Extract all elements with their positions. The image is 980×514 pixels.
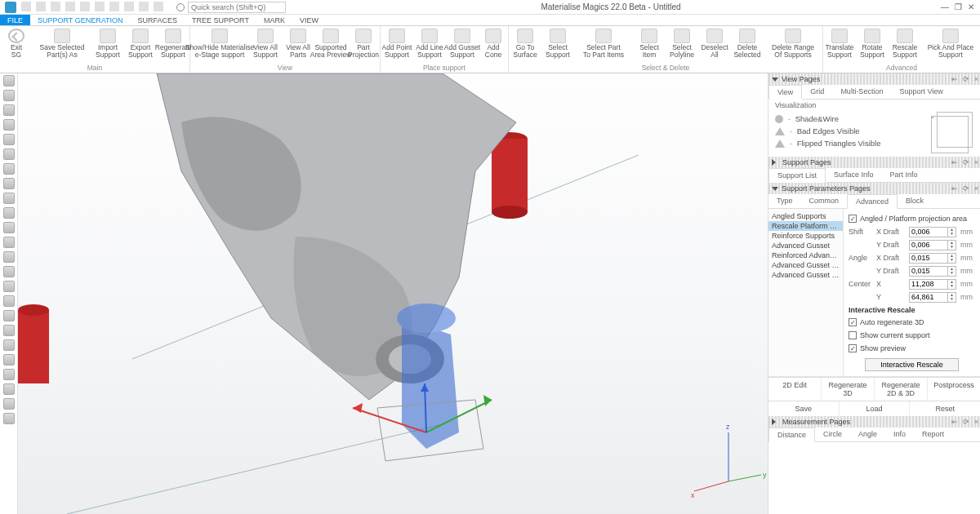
- tool-icon[interactable]: [3, 193, 15, 204]
- param-category-item[interactable]: Rescale Platform Project…: [768, 221, 843, 231]
- postprocess-button[interactable]: Postprocess: [927, 378, 980, 401]
- tool-icon[interactable]: [3, 310, 15, 321]
- spinner[interactable]: ▲▼: [948, 292, 956, 303]
- rescale-support-button[interactable]: Rescale Support: [889, 29, 921, 59]
- part-projection-button[interactable]: Part Projection: [347, 29, 380, 59]
- checkbox[interactable]: ✓: [849, 215, 857, 223]
- view-pages-header[interactable]: View Pages ⇤⟳×: [768, 73, 980, 85]
- add-point-support-button[interactable]: Add Point Support: [381, 29, 413, 59]
- support-params-header[interactable]: Support Parameters Pages ⇤⟳×: [768, 183, 980, 194]
- vis-item[interactable]: · Flipped Triangles Visible: [775, 137, 931, 149]
- tab-tree-support[interactable]: TREE SUPPORT: [185, 15, 256, 25]
- qat-icon[interactable]: [139, 2, 149, 11]
- param-category-list[interactable]: Angled SupportsRescale Platform Project……: [768, 209, 844, 376]
- tool-icon[interactable]: [3, 163, 15, 175]
- add-cone-button[interactable]: Add Cone: [479, 29, 508, 59]
- tab-grid[interactable]: Grid: [802, 85, 832, 99]
- tab-multisection[interactable]: Multi-Section: [832, 85, 891, 99]
- tab-part-info[interactable]: Part Info: [882, 168, 926, 182]
- spinner[interactable]: ▲▼: [948, 227, 956, 237]
- tool-icon[interactable]: [3, 75, 15, 86]
- spinner[interactable]: ▲▼: [948, 279, 956, 290]
- tab-view[interactable]: VIEW: [292, 15, 326, 25]
- numeric-input[interactable]: [909, 253, 948, 264]
- close-icon[interactable]: ×: [974, 75, 978, 83]
- exit-sg-button[interactable]: Exit SG: [0, 29, 33, 59]
- goto-surface-button[interactable]: Go To Surface: [509, 29, 541, 59]
- qat-icon[interactable]: [154, 2, 163, 11]
- tool-icon[interactable]: [3, 119, 15, 131]
- spinner[interactable]: ▲▼: [948, 240, 956, 250]
- tool-icon[interactable]: [3, 148, 15, 160]
- regenerate-3d-button[interactable]: Regenerate 3D: [821, 378, 874, 401]
- translate-support-button[interactable]: Translate Support: [823, 29, 856, 59]
- options-icon[interactable]: ⟳: [963, 75, 969, 83]
- tool-icon[interactable]: [3, 383, 15, 395]
- rotate-support-button[interactable]: Rotate Support: [856, 29, 889, 59]
- tool-icon[interactable]: [3, 339, 15, 351]
- tool-icon[interactable]: [3, 413, 15, 424]
- checkbox[interactable]: [849, 331, 857, 339]
- tool-icon[interactable]: [3, 325, 15, 336]
- save-button[interactable]: Save: [768, 401, 839, 416]
- interactive-rescale-button[interactable]: Interactive Rescale: [865, 358, 959, 371]
- measurement-pages-header[interactable]: Measurement Pages ⇤⟳×: [768, 416, 980, 428]
- param-category-item[interactable]: Reinforced Advanced G…: [768, 250, 843, 260]
- tab-distance[interactable]: Distance: [768, 428, 815, 442]
- spinner[interactable]: ▲▼: [948, 253, 956, 264]
- tool-icon[interactable]: [3, 237, 15, 248]
- add-gusset-support-button[interactable]: Add Gusset Support: [446, 29, 479, 59]
- checkbox[interactable]: ✓: [849, 344, 857, 352]
- spinner[interactable]: ▲▼: [948, 266, 956, 277]
- tool-icon[interactable]: [3, 90, 15, 101]
- pick-place-support-button[interactable]: Pick And Place Support: [921, 29, 980, 59]
- tab-report[interactable]: Report: [914, 428, 952, 441]
- tab-view[interactable]: View: [768, 85, 802, 100]
- close-button[interactable]: ✕: [965, 2, 977, 11]
- tab-type[interactable]: Type: [768, 194, 801, 208]
- 2d-edit-button[interactable]: 2D Edit: [768, 378, 821, 401]
- tool-icon[interactable]: [3, 222, 15, 233]
- tab-block[interactable]: Block: [898, 194, 932, 208]
- param-category-item[interactable]: Advanced Gusset Teeth …: [768, 270, 843, 280]
- select-support-button[interactable]: Select Support: [541, 29, 574, 59]
- export-support-button[interactable]: Export Support: [124, 29, 157, 59]
- show-hide-estage-button[interactable]: Show/Hide Materialise e-Stage support: [190, 29, 249, 59]
- panel-grip-icon[interactable]: ›: [18, 302, 20, 315]
- numeric-input[interactable]: [909, 279, 948, 290]
- delete-selected-button[interactable]: Delete Selected: [731, 29, 764, 59]
- deselect-all-button[interactable]: Deselect All: [698, 29, 731, 59]
- qat-icon[interactable]: [95, 2, 105, 11]
- select-item-button[interactable]: Select Item: [633, 29, 666, 59]
- tool-icon[interactable]: [3, 266, 15, 277]
- numeric-input[interactable]: [909, 292, 948, 303]
- tool-icon[interactable]: [3, 178, 15, 189]
- qat-icon[interactable]: [51, 2, 60, 11]
- qat-icon[interactable]: [124, 2, 134, 11]
- qat-icon[interactable]: [21, 2, 31, 11]
- tab-info[interactable]: Info: [885, 428, 914, 441]
- tool-icon[interactable]: [3, 295, 15, 307]
- tab-surface-info[interactable]: Surface Info: [826, 168, 882, 182]
- regenerate-2d3d-button[interactable]: Regenerate 2D & 3D: [874, 378, 927, 401]
- view-cube[interactable]: [931, 116, 969, 153]
- numeric-input[interactable]: [909, 227, 948, 237]
- numeric-input[interactable]: [909, 266, 948, 277]
- qat-icon[interactable]: [36, 2, 46, 11]
- select-polyline-button[interactable]: Select Polyline: [666, 29, 698, 59]
- supported-area-preview-button[interactable]: Supported Area Preview: [314, 29, 347, 59]
- support-pages-header[interactable]: Support Pages ⇤⟳×: [768, 157, 980, 168]
- tab-surfaces[interactable]: SURFACES: [131, 15, 185, 25]
- tab-angle[interactable]: Angle: [850, 428, 885, 441]
- tab-advanced[interactable]: Advanced: [847, 194, 898, 209]
- tab-common[interactable]: Common: [801, 194, 848, 208]
- numeric-input[interactable]: [909, 240, 948, 250]
- tab-support-list[interactable]: Support List: [768, 168, 826, 183]
- add-line-support-button[interactable]: Add Line Support: [413, 29, 446, 59]
- tool-icon[interactable]: [3, 369, 15, 380]
- tool-icon[interactable]: [3, 207, 15, 219]
- tool-icon[interactable]: [3, 281, 15, 292]
- select-part-to-items-button[interactable]: Select Part To Part Items: [574, 29, 633, 59]
- param-category-item[interactable]: Angled Supports: [768, 211, 843, 221]
- import-support-button[interactable]: Import Support: [91, 29, 124, 59]
